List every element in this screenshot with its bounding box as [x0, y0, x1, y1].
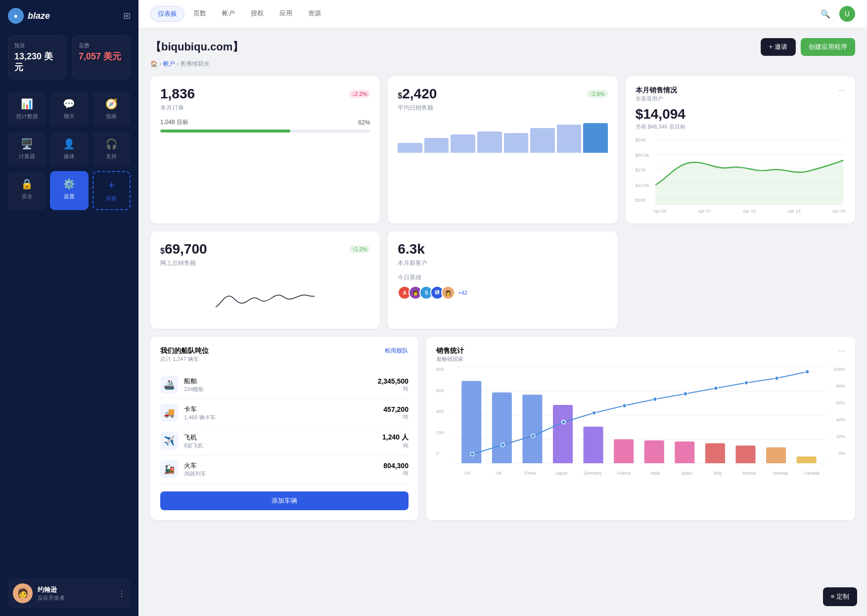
month-sales-title: 本月销售情况 [636, 86, 677, 95]
fleet-item-plane: ✈️ 飞机 8架飞机 1,240 人 吨 [160, 427, 409, 455]
fleet-title-area: 我们的船队吨位 总计 1,247 辆车 [160, 347, 209, 363]
tab-resources[interactable]: 资源 [301, 6, 328, 22]
tab-accounts[interactable]: 帐户 [215, 6, 242, 22]
budget-card-budget: 预算 13,230 美元 [8, 36, 66, 79]
security-label: 安全 [22, 193, 33, 200]
sales-stat-more[interactable]: ··· [839, 347, 845, 355]
train-unit: 吨 [383, 470, 409, 477]
top-nav-actions: 🔍 U [818, 6, 855, 22]
today-hero-label: 今日英雄 [398, 273, 607, 282]
progress-row: 1,048 目标 62% [160, 118, 370, 127]
avgsales-badge: ↑2.6% [587, 90, 608, 98]
avgsales-label: 平均日销售额 [398, 104, 607, 112]
search-button[interactable]: 🔍 [818, 6, 833, 22]
truck-sub: 1,460 辆卡车 [184, 414, 216, 421]
expenses-value: 7,057 美元 [79, 51, 124, 62]
plane-name: 飞机 [184, 433, 203, 442]
y-left-400: 400 [436, 409, 451, 414]
calc-icon: 🖥️ [21, 138, 33, 150]
stat-orders-top: 1,836 ↓2.2% [160, 86, 370, 102]
user-avatar-top[interactable]: U [839, 6, 855, 22]
fleet-header: 我们的船队吨位 总计 1,247 辆车 检阅舰队 [160, 347, 409, 363]
sales-stat-sub: 最畅销国家 [436, 355, 464, 363]
plane-icon: ✈️ [160, 432, 178, 450]
ship-num: 2,345,500 [378, 377, 409, 385]
wave-chart-svg [160, 277, 370, 317]
ship-info: 船舶 234艘船 [184, 377, 204, 393]
guide-icon: 🧭 [105, 98, 118, 110]
sidebar-item-chat[interactable]: 💬 聊天 [50, 91, 88, 127]
breadcrumb-accounts[interactable]: 帐户 [163, 60, 175, 67]
sales-stat-card: 销售统计 最畅销国家 ··· 800 600 400 200 0 [426, 337, 855, 520]
y-right-60: 60% [828, 400, 845, 405]
sidebar-item-calc[interactable]: 🖥️ 计算器 [8, 131, 46, 167]
sidebar-item-guide[interactable]: 🧭 指南 [92, 91, 131, 127]
invite-button[interactable]: + 邀请 [761, 38, 796, 56]
add-label: 添新 [106, 195, 117, 202]
sidebar-item-settings[interactable]: ⚙️ 设置 [50, 171, 88, 210]
month-sales-more[interactable]: ··· [839, 86, 845, 95]
chat-icon: 💬 [63, 98, 75, 110]
tab-pages[interactable]: 页数 [186, 6, 213, 22]
sidebar: ● blaze ⊞ 预算 13,230 美元 花费 7,057 美元 📊 统计数… [0, 0, 138, 616]
mini-bar-item [477, 132, 502, 153]
total-sales-top: $69,700 ↑2.2% [160, 241, 370, 257]
progress-bar [160, 130, 370, 132]
user-more-icon[interactable]: ⋮ [118, 589, 126, 598]
sidebar-item-media[interactable]: 👤 媒体 [50, 131, 88, 167]
user-profile: 🧑 约翰逊 反应开发者 ⋮ [8, 578, 131, 608]
mini-bar-item [504, 133, 529, 153]
plane-unit: 吨 [382, 442, 409, 449]
sidebar-item-stats[interactable]: 📊 统计数据 [8, 91, 46, 127]
sidebar-header: ● blaze ⊞ [8, 8, 131, 24]
hero-more: +42 [458, 290, 467, 296]
fleet-link[interactable]: 检阅舰队 [385, 347, 409, 355]
orders-number: 1,836 [160, 86, 195, 102]
add-vehicle-button[interactable]: 添加车辆 [160, 491, 409, 510]
stats-label: 统计数据 [16, 113, 38, 120]
tab-dashboard[interactable]: 仪表板 [150, 6, 184, 22]
customize-button[interactable]: ≡ 定制 [823, 587, 857, 606]
tab-auth[interactable]: 授权 [244, 6, 271, 22]
y-right-40: 40% [828, 417, 845, 422]
truck-name: 卡车 [184, 405, 216, 414]
top-nav: 仪表板 页数 帐户 授权 应用 资源 🔍 U [138, 0, 867, 28]
month-sales-note: 另有 $48,346 至目标 [636, 123, 845, 131]
combo-chart-canvas [452, 367, 827, 463]
sidebar-item-security[interactable]: 🔒 安全 [8, 171, 46, 210]
mini-bars-chart [398, 118, 607, 153]
top-settings-icon[interactable]: ⊞ [123, 10, 131, 21]
create-app-button[interactable]: 创建应用程序 [801, 38, 855, 56]
breadcrumb-current: 奥弗维耶夫 [180, 60, 210, 67]
line-chart-svg [653, 135, 845, 205]
plane-value: 1,240 人 吨 [382, 433, 409, 449]
tab-apps[interactable]: 应用 [273, 6, 299, 22]
sales-stat-header: 销售统计 最畅销国家 ··· [436, 347, 845, 363]
fleet-item-train: 🚂 火车 36路列车 804,300 吨 [160, 455, 409, 484]
month-sales-header: 本月销售情况 全渠道用户 [636, 86, 677, 106]
user-info: 约翰逊 反应开发者 [38, 585, 65, 602]
truck-value: 457,200 吨 [383, 405, 409, 421]
sidebar-item-support[interactable]: 🎧 支持 [92, 131, 131, 167]
fleet-card: 我们的船队吨位 总计 1,247 辆车 检阅舰队 🚢 船舶 234艘船 2,34… [150, 337, 418, 520]
content-area: 【biqubiqu.com】 + 邀请 创建应用程序 🏠 › 帐户 › 奥弗维耶… [138, 28, 867, 616]
stat-card-total-sales: $69,700 ↑2.2% 网上总销售额 [150, 231, 380, 329]
logo-icon: ● [8, 8, 24, 24]
budget-label: 预算 [14, 42, 60, 49]
country-label: Germany [577, 471, 608, 476]
sidebar-item-add[interactable]: + 添新 [92, 171, 131, 210]
country-label: Russia [733, 471, 765, 476]
combo-chart-container: 800 600 400 200 0 100% 80% 60% 40% 20% 0… [436, 367, 845, 476]
orders-badge: ↓2.2% [349, 90, 370, 98]
fleet-title: 我们的船队吨位 [160, 347, 209, 355]
country-label: US [452, 471, 483, 476]
budget-card-expenses: 花费 7,057 美元 [72, 36, 131, 79]
fleet-item-ship: 🚢 船舶 234艘船 2,345,500 吨 [160, 371, 409, 399]
stat-card-avg-sales: $2,420 ↑2.6% 平均日销售额 [388, 76, 617, 223]
country-label: Norway [765, 471, 796, 476]
new-customers-num: 6.3k [398, 241, 425, 257]
breadcrumb-home: 🏠 [150, 60, 158, 67]
line-chart-container: $24K $20.5K $17K $13.5K $10K [636, 135, 845, 214]
hero-av-5: 👩 [441, 286, 455, 300]
stat-card-new-customers: 6.3k 本月新客户 今日英雄 A 👩 S 碑 👩 +42 [388, 231, 617, 329]
